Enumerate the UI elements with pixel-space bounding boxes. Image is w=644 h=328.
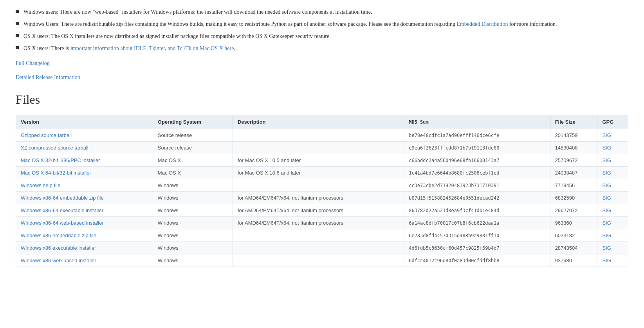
os-cell: Source release [153,129,233,142]
description-cell: for AMD64/EM64T/x64, not Itanium process… [233,192,404,204]
size-cell: 25709672 [550,154,597,167]
md5-cell: 6e783d8fd44570315d488b9a9881ff10 [404,229,550,242]
description-cell: for Mac OS X 10.5 and later [233,154,404,167]
size-cell: 24038487 [550,167,597,179]
md5-cell: 6dfcc4012c96d84f0a83d00cfddf8bb8 [404,254,550,267]
list-item: OS X users: There is important informati… [16,44,628,52]
description-cell [233,254,404,267]
list-item: Windows users: There are now "web-based"… [16,8,628,16]
description-cell [233,142,404,154]
md5-cell: c66bddc2a4a560496e68fb16600143a7 [404,154,550,167]
version-link[interactable]: Mac OS X 64-bit/32-bit installer [21,170,91,176]
description-cell: for AMD64/EM64T/x64, not Itanium process… [233,204,404,217]
list-item: OS X users: The OS X installers are now … [16,32,628,40]
version-link[interactable]: Gzipped source tarball [21,132,72,138]
table-row: Windows x86-64 embeddable zip fileWindow… [16,192,628,204]
list-item-text: OS X users: The OS X installers are now … [23,32,331,40]
gpg-link[interactable]: SIG [602,132,611,138]
size-cell: 14830408 [550,142,597,154]
os-cell: Windows [153,242,233,254]
size-cell: 937680 [550,254,597,267]
os-cell: Windows [153,192,233,204]
files-heading: Files [16,92,628,107]
bullet-icon [16,22,19,25]
files-section: Files Version Operating System Descripti… [16,92,628,267]
version-link[interactable]: Windows help file [21,182,60,188]
md5-cell: e9ea6f2623fffcdd871b7b19113fde80 [404,142,550,154]
table-row: XZ compressed source tarballSource relea… [16,142,628,154]
version-link[interactable]: Windows x86-64 embeddable zip file [21,195,104,201]
version-link[interactable]: Windows x86-64 executable installer [21,207,103,213]
version-link[interactable]: Windows x86 web-based installer [21,258,96,263]
os-cell: Mac OS X [153,167,233,179]
gpg-link[interactable]: SIG [602,145,611,151]
gpg-link[interactable]: SIG [602,245,611,251]
md5-cell: 4d6fdb5c3630cf60d457c9825f69b4d7 [404,242,550,254]
table-row: Windows x86-64 executable installerWindo… [16,204,628,217]
gpg-link[interactable]: SIG [602,220,611,226]
table-row: Windows x86 embeddable zip fileWindows6e… [16,229,628,242]
md5-cell: 863782d22a521d8ea9f3cf41db1e484d [404,204,550,217]
table-row: Windows x86-64 web-based installerWindow… [16,217,628,229]
list-item: Windows Users: There are redistributable… [16,20,628,28]
column-header-os: Operating System [153,115,233,129]
version-link[interactable]: Windows x86 embeddable zip file [21,232,96,238]
changelog-section: Full Changelog [16,60,628,67]
description-cell [233,242,404,254]
list-item-text: Windows users: There are now "web-based"… [23,8,372,16]
md5-cell: cc3e73cbe2d71920483923b731710391 [404,179,550,192]
size-cell: 29627072 [550,204,597,217]
os-cell: Windows [153,179,233,192]
os-cell: Windows [153,217,233,229]
bullet-icon [16,34,19,37]
size-cell: 6023182 [550,229,597,242]
gpg-link[interactable]: SIG [602,258,611,263]
description-cell [233,229,404,242]
md5-cell: be78e48cdfc1a7ad90efff146dce6cfe [404,129,550,142]
table-row: Gzipped source tarballSource releasebe78… [16,129,628,142]
md5-cell: 6a14ac8dfb70017c07b8f6cb622daa1a [404,217,550,229]
version-link[interactable]: Mac OS X 32-bit i386/PPC installer [21,157,100,163]
os-cell: Windows [153,229,233,242]
gpg-link[interactable]: SIG [602,195,611,201]
description-cell [233,129,404,142]
version-link[interactable]: Windows x86 executable installer [21,245,96,251]
table-header-row: Version Operating System Description MD5… [16,115,628,129]
os-cell: Source release [153,142,233,154]
embedded-distribution-link[interactable]: Embedded Distribution [456,21,508,27]
table-row: Windows help fileWindowscc3e73cbe2d71920… [16,179,628,192]
gpg-link[interactable]: SIG [602,207,611,213]
gpg-link[interactable]: SIG [602,182,611,188]
md5-cell: 1c41a4bd7e6644b8680fc2508cebf1ed [404,167,550,179]
idle-info-link[interactable]: important information about IDLE, Tkinte… [70,45,234,51]
size-cell: 20143759 [550,129,597,142]
column-header-md5: MD5 Sum [404,115,550,129]
size-cell: 7719456 [550,179,597,192]
table-row: Mac OS X 64-bit/32-bit installerMac OS X… [16,167,628,179]
os-cell: Windows [153,254,233,267]
os-cell: Mac OS X [153,154,233,167]
size-cell: 28743504 [550,242,597,254]
full-changelog-link[interactable]: Full Changelog [16,60,628,67]
list-item-text: Windows Users: There are redistributable… [23,20,557,28]
size-cell: 6832590 [550,192,597,204]
md5-cell: b07d15f515882452684e0551decad242 [404,192,550,204]
files-table: Version Operating System Description MD5… [16,115,628,267]
notes-list: Windows users: There are now "web-based"… [16,8,628,52]
table-row: Windows x86 executable installerWindows4… [16,242,628,254]
detailed-release-link[interactable]: Detailed Release Information [16,74,628,81]
table-row: Mac OS X 32-bit i386/PPC installerMac OS… [16,154,628,167]
os-cell: Windows [153,204,233,217]
version-link[interactable]: XZ compressed source tarball [21,145,88,151]
gpg-link[interactable]: SIG [602,170,611,176]
gpg-link[interactable]: SIG [602,232,611,238]
column-header-size: File Size [550,115,597,129]
version-link[interactable]: Windows x86-64 web-based installer [21,220,104,226]
gpg-link[interactable]: SIG [602,157,611,163]
list-item-text: OS X users: There is important informati… [23,44,235,52]
column-header-version: Version [16,115,153,129]
size-cell: 963360 [550,217,597,229]
column-header-description: Description [233,115,404,129]
table-row: Windows x86 web-based installerWindows6d… [16,254,628,267]
bullet-icon [16,10,19,13]
